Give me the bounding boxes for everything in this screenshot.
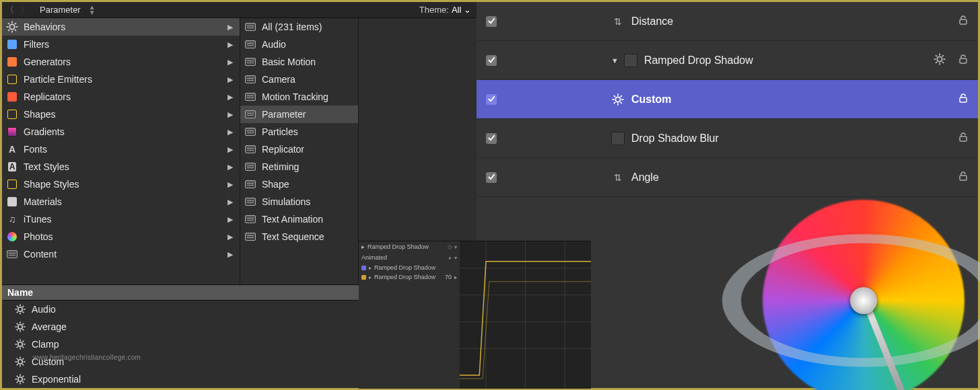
browser-path[interactable]: Parameter [32,5,89,15]
gear-icon [14,356,26,368]
layer-name[interactable]: Angle [631,171,659,184]
subcategory-all[interactable]: All (231 items) [240,18,358,36]
value-stepper-icon[interactable]: ▸ [454,274,457,280]
category-fonts[interactable]: A Fonts ▶ [2,141,240,158]
keyframe-disclosure[interactable]: ▸ [361,243,365,250]
category-text-styles[interactable]: A Text Styles ▶ [2,158,240,176]
category-behaviors[interactable]: Behaviors ▶ [2,18,240,36]
layer-drop-shadow-blur[interactable]: Drop Shadow Blur [477,119,978,158]
subcategory-simulations[interactable]: Simulations [240,193,358,210]
category-materials[interactable]: Materials ▶ [2,193,240,210]
category-shape-styles[interactable]: Shape Styles ▶ [2,176,240,193]
theme-dropdown[interactable]: All ⌄ [452,5,477,15]
category-label: Behaviors [24,22,225,32]
category-label: Text Styles [24,161,225,172]
subcategory-label: Text Animation [262,214,354,225]
keyframe-editor: ▸ Ramped Drop Shadow ◇ ▾ Animated ▸▾ ▸ R… [359,241,591,389]
track-disclosure-icon[interactable]: ▸ [369,265,372,271]
category-label: Photos [24,231,225,242]
subcategory-label: Particles [262,126,354,137]
lock-icon[interactable] [958,132,969,145]
category-content[interactable]: Content ▶ [2,245,240,263]
subcategory-label: Simulations [262,196,354,207]
subcategory-shape[interactable]: Shape [240,176,358,193]
font-icon: A [6,143,18,155]
track-value: 70 [445,274,452,280]
keyframe-track[interactable]: ▸ Ramped Drop Shadow 70 ▸ [359,272,460,282]
category-column: Behaviors ▶ Filters ▶ Generators ▶ Parti… [2,18,240,284]
category-filters[interactable]: Filters ▶ [2,36,240,53]
layer-custom[interactable]: Custom [477,80,978,119]
gear-icon [6,21,18,33]
layer-thumbnail: ⇅ [611,15,625,28]
subcategory-camera[interactable]: Camera [240,71,358,88]
category-shapes[interactable]: Shapes ▶ [2,106,240,123]
subcategory-retiming[interactable]: Retiming [240,158,358,176]
layer-angle[interactable]: ⇅ Angle [477,158,978,197]
layer-enable-checkbox[interactable] [486,172,497,183]
layer-enable-checkbox[interactable] [486,133,497,144]
track-label: Ramped Drop Shadow [374,264,454,271]
chevron-right-icon: ▶ [225,163,236,171]
layer-name[interactable]: Custom [631,93,672,106]
subcategory-label: Text Sequence [262,231,354,242]
layer-enable-checkbox[interactable] [486,94,497,105]
layer-name[interactable]: Drop Shadow Blur [631,132,719,145]
folder-icon [244,213,256,225]
lock-icon[interactable] [958,171,969,184]
nav-forward-button[interactable]: 〉 [17,4,32,16]
layer-name[interactable]: Ramped Drop Shadow [644,54,753,67]
subcategory-parameter[interactable]: Parameter [240,106,358,123]
subcategory-label: Basic Motion [262,56,354,67]
category-label: Gradients [24,126,225,137]
layer-name[interactable]: Distance [631,15,673,28]
gear-icon [14,321,26,333]
path-stepper[interactable]: ▲▼ [89,5,101,15]
lock-icon[interactable] [958,15,969,28]
folder-icon [244,56,256,68]
chevron-right-icon: ▶ [225,250,236,259]
track-disclosure-icon[interactable]: ▸ [369,274,372,280]
browser-header: 〈 〉 Parameter ▲▼ Theme: All ⌄ [2,2,477,18]
lock-icon[interactable] [958,54,969,67]
layer-distance[interactable]: ⇅ Distance [477,2,978,41]
subcategory-label: Camera [262,74,354,85]
category-replicators[interactable]: Replicators ▶ [2,88,240,106]
category-particle-emitters[interactable]: Particle Emitters ▶ [2,71,240,88]
layer-enable-checkbox[interactable] [486,16,497,27]
gear-icon [14,303,26,315]
lock-icon[interactable] [958,93,969,106]
subcategory-motion[interactable]: Motion Tracking [240,88,358,106]
disclosure-triangle-icon[interactable]: ▼ [611,56,619,65]
layer-enable-checkbox[interactable] [486,55,497,66]
nav-back-button[interactable]: 〈 [2,4,17,16]
keyframe-title[interactable]: Ramped Drop Shadow [368,243,445,250]
folder-icon [244,143,256,155]
subcategory-basic[interactable]: Basic Motion [240,53,358,71]
layers-panel: ⇅ Distance ▼ Ramped Drop Shadow Custom D… [477,2,978,388]
shape-icon [6,108,18,120]
subcategory-replicator[interactable]: Replicator [240,141,358,158]
subcategory-audio[interactable]: Audio [240,36,358,53]
keyframe-menu-icon[interactable]: ▾ [454,244,457,250]
category-generators[interactable]: Generators ▶ [2,53,240,71]
layer-settings-button[interactable] [934,53,946,67]
folder-icon [244,38,256,50]
layer-ramped-drop-shadow[interactable]: ▼ Ramped Drop Shadow [477,41,978,80]
layer-thumbnail: ⇅ [611,171,625,184]
keyframe-track[interactable]: ▸ Ramped Drop Shadow [359,263,460,272]
subcategory-text[interactable]: Text Animation [240,210,358,228]
keyframe-graph[interactable] [460,241,591,389]
chevron-right-icon: ▶ [225,215,236,224]
folder-icon [244,21,256,33]
gear-icon [14,338,26,350]
category-label: Filters [24,39,225,50]
subcategory-particles[interactable]: Particles [240,123,358,141]
category-label: iTunes [24,214,225,225]
subcategory-text[interactable]: Text Sequence [240,228,358,245]
category-gradients[interactable]: Gradients ▶ [2,123,240,141]
keyframe-mode[interactable]: Animated ▸▾ [359,252,460,263]
keyframe-marker-icon[interactable]: ◇ [448,244,452,250]
category-photos[interactable]: Photos ▶ [2,228,240,245]
category-itunes[interactable]: ♫ iTunes ▶ [2,210,240,228]
